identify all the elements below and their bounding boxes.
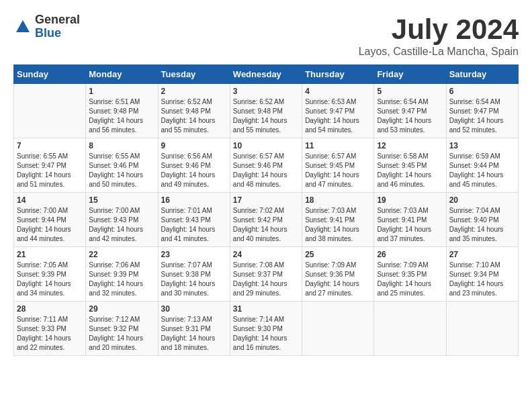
day-number: 26	[377, 250, 443, 259]
page-header: General Blue July 2024 Layos, Castille-L…	[13, 13, 519, 58]
day-number: 1	[89, 87, 154, 96]
calendar-cell: 22Sunrise: 7:06 AM Sunset: 9:39 PM Dayli…	[86, 247, 158, 302]
calendar-cell: 5Sunrise: 6:54 AM Sunset: 9:47 PM Daylig…	[374, 84, 446, 138]
day-info: Sunrise: 7:01 AM Sunset: 9:43 PM Dayligh…	[161, 206, 227, 244]
calendar-cell: 28Sunrise: 7:11 AM Sunset: 9:33 PM Dayli…	[14, 302, 86, 356]
calendar-cell: 10Sunrise: 6:57 AM Sunset: 9:46 PM Dayli…	[230, 138, 302, 193]
day-info: Sunrise: 7:04 AM Sunset: 9:40 PM Dayligh…	[449, 206, 515, 244]
day-info: Sunrise: 7:00 AM Sunset: 9:43 PM Dayligh…	[89, 206, 154, 244]
day-number: 29	[89, 304, 154, 314]
calendar-cell: 7Sunrise: 6:55 AM Sunset: 9:47 PM Daylig…	[14, 138, 86, 193]
day-number: 28	[17, 304, 83, 314]
day-number: 23	[161, 250, 227, 259]
day-info: Sunrise: 7:00 AM Sunset: 9:44 PM Dayligh…	[17, 206, 83, 244]
day-number: 16	[161, 195, 227, 205]
logo-general: General	[35, 13, 80, 27]
day-number: 2	[161, 87, 227, 96]
calendar-cell: 23Sunrise: 7:07 AM Sunset: 9:38 PM Dayli…	[158, 247, 230, 302]
day-number: 19	[377, 195, 443, 205]
header-cell-friday: Friday	[374, 65, 446, 84]
calendar-cell: 4Sunrise: 6:53 AM Sunset: 9:47 PM Daylig…	[302, 84, 374, 138]
day-info: Sunrise: 6:59 AM Sunset: 9:44 PM Dayligh…	[449, 152, 515, 189]
calendar-cell: 13Sunrise: 6:59 AM Sunset: 9:44 PM Dayli…	[446, 138, 518, 193]
day-info: Sunrise: 7:07 AM Sunset: 9:38 PM Dayligh…	[161, 261, 227, 298]
header-row: SundayMondayTuesdayWednesdayThursdayFrid…	[14, 65, 519, 84]
location: Layos, Castille-La Mancha, Spain	[359, 46, 519, 58]
day-number: 13	[449, 141, 515, 150]
day-info: Sunrise: 6:56 AM Sunset: 9:46 PM Dayligh…	[161, 152, 227, 189]
header-cell-saturday: Saturday	[446, 65, 518, 84]
day-number: 30	[161, 304, 227, 314]
logo-icon	[13, 17, 32, 36]
logo: General Blue	[13, 13, 80, 40]
calendar-cell: 9Sunrise: 6:56 AM Sunset: 9:46 PM Daylig…	[158, 138, 230, 193]
day-number: 3	[233, 87, 299, 96]
day-number: 15	[89, 195, 154, 205]
calendar-cell: 16Sunrise: 7:01 AM Sunset: 9:43 PM Dayli…	[158, 193, 230, 247]
day-info: Sunrise: 6:54 AM Sunset: 9:47 PM Dayligh…	[449, 97, 515, 135]
day-info: Sunrise: 6:52 AM Sunset: 9:48 PM Dayligh…	[233, 97, 299, 135]
day-info: Sunrise: 7:05 AM Sunset: 9:39 PM Dayligh…	[17, 261, 83, 298]
calendar-cell: 26Sunrise: 7:09 AM Sunset: 9:35 PM Dayli…	[374, 247, 446, 302]
day-number: 9	[161, 141, 227, 150]
day-number: 18	[305, 195, 371, 205]
day-info: Sunrise: 7:06 AM Sunset: 9:39 PM Dayligh…	[89, 261, 154, 298]
calendar-cell: 12Sunrise: 6:58 AM Sunset: 9:45 PM Dayli…	[374, 138, 446, 193]
day-number: 6	[449, 87, 515, 96]
day-info: Sunrise: 7:03 AM Sunset: 9:41 PM Dayligh…	[305, 206, 371, 244]
day-number: 14	[17, 195, 83, 205]
header-cell-monday: Monday	[86, 65, 158, 84]
calendar-cell: 20Sunrise: 7:04 AM Sunset: 9:40 PM Dayli…	[446, 193, 518, 247]
day-info: Sunrise: 7:09 AM Sunset: 9:36 PM Dayligh…	[305, 261, 371, 298]
day-number: 12	[377, 141, 443, 150]
day-info: Sunrise: 7:10 AM Sunset: 9:34 PM Dayligh…	[449, 261, 515, 298]
day-number: 10	[233, 141, 299, 150]
calendar-cell: 24Sunrise: 7:08 AM Sunset: 9:37 PM Dayli…	[230, 247, 302, 302]
day-info: Sunrise: 7:12 AM Sunset: 9:32 PM Dayligh…	[89, 315, 154, 353]
day-info: Sunrise: 6:52 AM Sunset: 9:48 PM Dayligh…	[161, 97, 227, 135]
day-number: 11	[305, 141, 371, 150]
calendar-cell	[302, 302, 374, 356]
calendar-body: 1Sunrise: 6:51 AM Sunset: 9:48 PM Daylig…	[14, 84, 519, 356]
calendar-cell: 18Sunrise: 7:03 AM Sunset: 9:41 PM Dayli…	[302, 193, 374, 247]
svg-marker-0	[16, 20, 30, 32]
day-number: 5	[377, 87, 443, 96]
day-info: Sunrise: 7:09 AM Sunset: 9:35 PM Dayligh…	[377, 261, 443, 298]
week-row-2: 7Sunrise: 6:55 AM Sunset: 9:47 PM Daylig…	[14, 138, 519, 193]
week-row-1: 1Sunrise: 6:51 AM Sunset: 9:48 PM Daylig…	[14, 84, 519, 138]
day-info: Sunrise: 7:11 AM Sunset: 9:33 PM Dayligh…	[17, 315, 83, 353]
day-info: Sunrise: 6:55 AM Sunset: 9:47 PM Dayligh…	[17, 152, 83, 189]
calendar-cell	[14, 84, 86, 138]
day-info: Sunrise: 7:14 AM Sunset: 9:30 PM Dayligh…	[233, 315, 299, 353]
day-number: 17	[233, 195, 299, 205]
calendar-cell: 27Sunrise: 7:10 AM Sunset: 9:34 PM Dayli…	[446, 247, 518, 302]
day-info: Sunrise: 6:57 AM Sunset: 9:46 PM Dayligh…	[233, 152, 299, 189]
calendar-cell: 2Sunrise: 6:52 AM Sunset: 9:48 PM Daylig…	[158, 84, 230, 138]
header-cell-thursday: Thursday	[302, 65, 374, 84]
day-info: Sunrise: 7:08 AM Sunset: 9:37 PM Dayligh…	[233, 261, 299, 298]
calendar-cell: 14Sunrise: 7:00 AM Sunset: 9:44 PM Dayli…	[14, 193, 86, 247]
week-row-5: 28Sunrise: 7:11 AM Sunset: 9:33 PM Dayli…	[14, 302, 519, 356]
header-cell-tuesday: Tuesday	[158, 65, 230, 84]
title-area: July 2024 Layos, Castille-La Mancha, Spa…	[359, 13, 519, 58]
day-number: 27	[449, 250, 515, 259]
calendar-cell: 25Sunrise: 7:09 AM Sunset: 9:36 PM Dayli…	[302, 247, 374, 302]
calendar-cell: 8Sunrise: 6:55 AM Sunset: 9:46 PM Daylig…	[86, 138, 158, 193]
day-number: 21	[17, 250, 83, 259]
day-number: 25	[305, 250, 371, 259]
calendar-cell: 19Sunrise: 7:03 AM Sunset: 9:41 PM Dayli…	[374, 193, 446, 247]
month-title: July 2024	[359, 13, 519, 46]
calendar-cell: 29Sunrise: 7:12 AM Sunset: 9:32 PM Dayli…	[86, 302, 158, 356]
calendar-cell: 31Sunrise: 7:14 AM Sunset: 9:30 PM Dayli…	[230, 302, 302, 356]
header-cell-sunday: Sunday	[14, 65, 86, 84]
day-number: 20	[449, 195, 515, 205]
day-info: Sunrise: 6:57 AM Sunset: 9:45 PM Dayligh…	[305, 152, 371, 189]
calendar-cell	[446, 302, 518, 356]
day-number: 24	[233, 250, 299, 259]
day-info: Sunrise: 7:02 AM Sunset: 9:42 PM Dayligh…	[233, 206, 299, 244]
calendar-cell: 30Sunrise: 7:13 AM Sunset: 9:31 PM Dayli…	[158, 302, 230, 356]
day-number: 22	[89, 250, 154, 259]
calendar-cell: 15Sunrise: 7:00 AM Sunset: 9:43 PM Dayli…	[86, 193, 158, 247]
calendar-cell: 21Sunrise: 7:05 AM Sunset: 9:39 PM Dayli…	[14, 247, 86, 302]
day-info: Sunrise: 7:03 AM Sunset: 9:41 PM Dayligh…	[377, 206, 443, 244]
